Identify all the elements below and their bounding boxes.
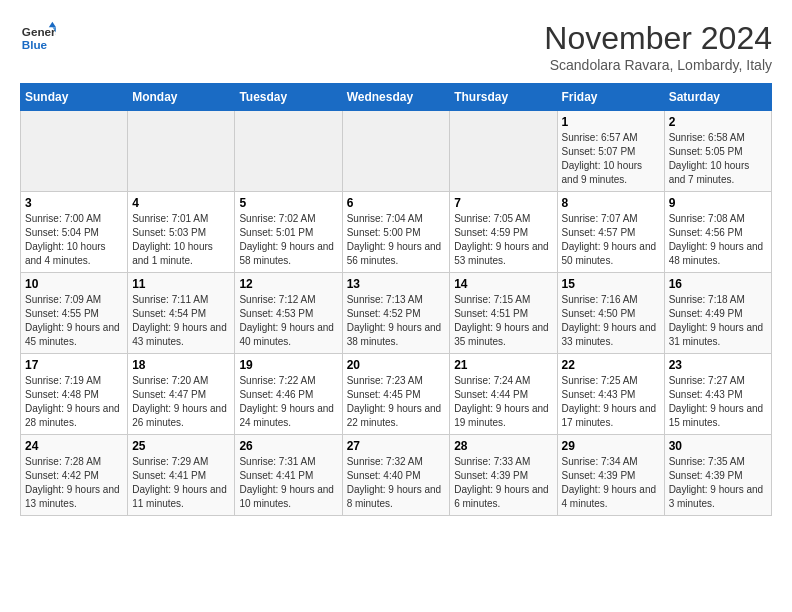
day-info: Sunrise: 7:02 AM Sunset: 5:01 PM Dayligh… <box>239 212 337 268</box>
day-info: Sunrise: 7:32 AM Sunset: 4:40 PM Dayligh… <box>347 455 446 511</box>
calendar-cell: 22Sunrise: 7:25 AM Sunset: 4:43 PM Dayli… <box>557 354 664 435</box>
day-info: Sunrise: 6:57 AM Sunset: 5:07 PM Dayligh… <box>562 131 660 187</box>
calendar-cell: 16Sunrise: 7:18 AM Sunset: 4:49 PM Dayli… <box>664 273 771 354</box>
day-info: Sunrise: 7:29 AM Sunset: 4:41 PM Dayligh… <box>132 455 230 511</box>
day-number: 13 <box>347 277 446 291</box>
calendar-cell: 8Sunrise: 7:07 AM Sunset: 4:57 PM Daylig… <box>557 192 664 273</box>
calendar-header-row: SundayMondayTuesdayWednesdayThursdayFrid… <box>21 84 772 111</box>
svg-text:Blue: Blue <box>22 38 48 51</box>
day-info: Sunrise: 7:33 AM Sunset: 4:39 PM Dayligh… <box>454 455 552 511</box>
day-info: Sunrise: 7:24 AM Sunset: 4:44 PM Dayligh… <box>454 374 552 430</box>
calendar-week-4: 17Sunrise: 7:19 AM Sunset: 4:48 PM Dayli… <box>21 354 772 435</box>
day-info: Sunrise: 7:01 AM Sunset: 5:03 PM Dayligh… <box>132 212 230 268</box>
day-info: Sunrise: 7:35 AM Sunset: 4:39 PM Dayligh… <box>669 455 767 511</box>
calendar-cell: 5Sunrise: 7:02 AM Sunset: 5:01 PM Daylig… <box>235 192 342 273</box>
calendar-cell: 9Sunrise: 7:08 AM Sunset: 4:56 PM Daylig… <box>664 192 771 273</box>
day-number: 26 <box>239 439 337 453</box>
title-block: November 2024 Scandolara Ravara, Lombard… <box>544 20 772 73</box>
day-number: 29 <box>562 439 660 453</box>
day-number: 11 <box>132 277 230 291</box>
calendar-cell: 20Sunrise: 7:23 AM Sunset: 4:45 PM Dayli… <box>342 354 450 435</box>
calendar-cell: 27Sunrise: 7:32 AM Sunset: 4:40 PM Dayli… <box>342 435 450 516</box>
month-title: November 2024 <box>544 20 772 57</box>
calendar-cell: 14Sunrise: 7:15 AM Sunset: 4:51 PM Dayli… <box>450 273 557 354</box>
calendar-cell: 18Sunrise: 7:20 AM Sunset: 4:47 PM Dayli… <box>128 354 235 435</box>
calendar-cell <box>342 111 450 192</box>
calendar-cell: 24Sunrise: 7:28 AM Sunset: 4:42 PM Dayli… <box>21 435 128 516</box>
day-info: Sunrise: 7:16 AM Sunset: 4:50 PM Dayligh… <box>562 293 660 349</box>
day-info: Sunrise: 7:28 AM Sunset: 4:42 PM Dayligh… <box>25 455 123 511</box>
day-number: 4 <box>132 196 230 210</box>
calendar-cell: 17Sunrise: 7:19 AM Sunset: 4:48 PM Dayli… <box>21 354 128 435</box>
day-header-monday: Monday <box>128 84 235 111</box>
calendar-cell: 12Sunrise: 7:12 AM Sunset: 4:53 PM Dayli… <box>235 273 342 354</box>
calendar-cell: 11Sunrise: 7:11 AM Sunset: 4:54 PM Dayli… <box>128 273 235 354</box>
calendar-cell: 30Sunrise: 7:35 AM Sunset: 4:39 PM Dayli… <box>664 435 771 516</box>
day-number: 15 <box>562 277 660 291</box>
calendar-cell <box>235 111 342 192</box>
calendar-cell: 10Sunrise: 7:09 AM Sunset: 4:55 PM Dayli… <box>21 273 128 354</box>
calendar-cell: 25Sunrise: 7:29 AM Sunset: 4:41 PM Dayli… <box>128 435 235 516</box>
logo-icon: General Blue <box>20 20 56 56</box>
calendar-table: SundayMondayTuesdayWednesdayThursdayFrid… <box>20 83 772 516</box>
day-info: Sunrise: 7:31 AM Sunset: 4:41 PM Dayligh… <box>239 455 337 511</box>
day-info: Sunrise: 7:05 AM Sunset: 4:59 PM Dayligh… <box>454 212 552 268</box>
day-header-thursday: Thursday <box>450 84 557 111</box>
day-number: 27 <box>347 439 446 453</box>
calendar-cell <box>21 111 128 192</box>
calendar-cell: 13Sunrise: 7:13 AM Sunset: 4:52 PM Dayli… <box>342 273 450 354</box>
calendar-cell: 23Sunrise: 7:27 AM Sunset: 4:43 PM Dayli… <box>664 354 771 435</box>
day-info: Sunrise: 7:09 AM Sunset: 4:55 PM Dayligh… <box>25 293 123 349</box>
calendar-cell: 15Sunrise: 7:16 AM Sunset: 4:50 PM Dayli… <box>557 273 664 354</box>
day-number: 25 <box>132 439 230 453</box>
day-number: 10 <box>25 277 123 291</box>
day-number: 30 <box>669 439 767 453</box>
day-number: 14 <box>454 277 552 291</box>
day-info: Sunrise: 7:15 AM Sunset: 4:51 PM Dayligh… <box>454 293 552 349</box>
day-number: 19 <box>239 358 337 372</box>
day-info: Sunrise: 6:58 AM Sunset: 5:05 PM Dayligh… <box>669 131 767 187</box>
day-info: Sunrise: 7:20 AM Sunset: 4:47 PM Dayligh… <box>132 374 230 430</box>
day-header-saturday: Saturday <box>664 84 771 111</box>
day-number: 7 <box>454 196 552 210</box>
day-number: 20 <box>347 358 446 372</box>
day-number: 3 <box>25 196 123 210</box>
day-number: 17 <box>25 358 123 372</box>
day-header-sunday: Sunday <box>21 84 128 111</box>
day-number: 8 <box>562 196 660 210</box>
calendar-cell: 6Sunrise: 7:04 AM Sunset: 5:00 PM Daylig… <box>342 192 450 273</box>
day-info: Sunrise: 7:22 AM Sunset: 4:46 PM Dayligh… <box>239 374 337 430</box>
day-header-wednesday: Wednesday <box>342 84 450 111</box>
day-number: 6 <box>347 196 446 210</box>
day-number: 5 <box>239 196 337 210</box>
day-number: 16 <box>669 277 767 291</box>
calendar-week-5: 24Sunrise: 7:28 AM Sunset: 4:42 PM Dayli… <box>21 435 772 516</box>
day-header-tuesday: Tuesday <box>235 84 342 111</box>
day-info: Sunrise: 7:18 AM Sunset: 4:49 PM Dayligh… <box>669 293 767 349</box>
calendar-cell: 29Sunrise: 7:34 AM Sunset: 4:39 PM Dayli… <box>557 435 664 516</box>
calendar-cell: 7Sunrise: 7:05 AM Sunset: 4:59 PM Daylig… <box>450 192 557 273</box>
day-number: 23 <box>669 358 767 372</box>
day-info: Sunrise: 7:12 AM Sunset: 4:53 PM Dayligh… <box>239 293 337 349</box>
day-number: 24 <box>25 439 123 453</box>
calendar-cell: 19Sunrise: 7:22 AM Sunset: 4:46 PM Dayli… <box>235 354 342 435</box>
day-info: Sunrise: 7:07 AM Sunset: 4:57 PM Dayligh… <box>562 212 660 268</box>
page-header: General Blue November 2024 Scandolara Ra… <box>20 20 772 73</box>
day-info: Sunrise: 7:00 AM Sunset: 5:04 PM Dayligh… <box>25 212 123 268</box>
day-number: 21 <box>454 358 552 372</box>
calendar-cell: 4Sunrise: 7:01 AM Sunset: 5:03 PM Daylig… <box>128 192 235 273</box>
calendar-week-3: 10Sunrise: 7:09 AM Sunset: 4:55 PM Dayli… <box>21 273 772 354</box>
day-info: Sunrise: 7:11 AM Sunset: 4:54 PM Dayligh… <box>132 293 230 349</box>
day-info: Sunrise: 7:34 AM Sunset: 4:39 PM Dayligh… <box>562 455 660 511</box>
day-number: 12 <box>239 277 337 291</box>
calendar-cell: 26Sunrise: 7:31 AM Sunset: 4:41 PM Dayli… <box>235 435 342 516</box>
calendar-week-2: 3Sunrise: 7:00 AM Sunset: 5:04 PM Daylig… <box>21 192 772 273</box>
day-number: 22 <box>562 358 660 372</box>
day-info: Sunrise: 7:23 AM Sunset: 4:45 PM Dayligh… <box>347 374 446 430</box>
calendar-cell: 28Sunrise: 7:33 AM Sunset: 4:39 PM Dayli… <box>450 435 557 516</box>
calendar-cell: 2Sunrise: 6:58 AM Sunset: 5:05 PM Daylig… <box>664 111 771 192</box>
day-info: Sunrise: 7:13 AM Sunset: 4:52 PM Dayligh… <box>347 293 446 349</box>
day-number: 28 <box>454 439 552 453</box>
day-info: Sunrise: 7:25 AM Sunset: 4:43 PM Dayligh… <box>562 374 660 430</box>
day-info: Sunrise: 7:27 AM Sunset: 4:43 PM Dayligh… <box>669 374 767 430</box>
